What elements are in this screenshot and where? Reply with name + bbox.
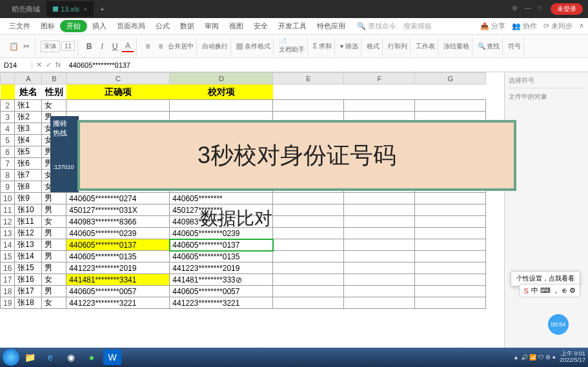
cell[interactable]: 张16 xyxy=(15,274,42,286)
cell[interactable]: 张3 xyxy=(15,123,42,135)
cell-header[interactable]: 校对项 xyxy=(170,84,273,100)
menu-view[interactable]: 视图 xyxy=(224,21,248,31)
menu-icons[interactable]: 图标 xyxy=(35,21,60,31)
cell[interactable]: 男 xyxy=(42,251,66,263)
cell[interactable] xyxy=(170,100,273,112)
freeze-button[interactable]: 冻结窗格 xyxy=(443,42,469,51)
record-bubble[interactable]: 00:54 xyxy=(548,314,569,335)
menu-data[interactable]: 数据 xyxy=(175,21,199,31)
col-header[interactable]: F xyxy=(344,73,415,84)
paste-icon[interactable]: 📋 xyxy=(8,41,19,52)
col-header[interactable]: B xyxy=(42,73,66,84)
cell[interactable]: 男 xyxy=(42,193,66,204)
cell[interactable]: 张12 xyxy=(15,228,42,239)
filter-button[interactable]: ▾ 筛选 xyxy=(340,42,358,51)
menu-file[interactable]: 三文件 xyxy=(4,21,35,31)
cell[interactable]: 440983********8366 xyxy=(66,216,170,228)
cell[interactable]: 441481********333⊘ xyxy=(170,274,273,286)
name-box[interactable]: D14 xyxy=(0,61,32,69)
task-folder-icon[interactable]: 📁 xyxy=(21,350,39,365)
merge-button[interactable]: 合并居中 xyxy=(168,42,194,51)
menu-start[interactable]: 开始 xyxy=(60,20,87,32)
cell[interactable]: 男 xyxy=(42,228,66,239)
cell[interactable]: 张7 xyxy=(15,170,42,181)
new-tab[interactable]: + xyxy=(94,1,110,17)
confirm-icon[interactable]: ✓ xyxy=(46,61,52,69)
cell[interactable]: 女 xyxy=(42,216,66,228)
row-header[interactable]: 15 xyxy=(1,251,15,263)
cell[interactable]: 张6 xyxy=(15,158,42,170)
row-header[interactable]: 13 xyxy=(1,228,15,239)
row-header[interactable]: 16 xyxy=(1,263,15,274)
row-header[interactable] xyxy=(1,84,15,100)
menu-layout[interactable]: 页面布局 xyxy=(112,21,150,31)
sum-button[interactable]: Σ 求和 xyxy=(313,42,332,51)
col-header[interactable] xyxy=(1,73,15,84)
row-header[interactable]: 9 xyxy=(1,181,15,193)
row-header[interactable]: 18 xyxy=(1,286,15,297)
cell[interactable]: 440605********0137 xyxy=(170,239,273,251)
task-chrome-icon[interactable]: ◉ xyxy=(62,350,80,365)
row-header[interactable]: 4 xyxy=(1,123,15,135)
row-header[interactable]: 14 xyxy=(1,239,15,251)
cell[interactable]: 450127********031X xyxy=(66,204,170,216)
min-icon[interactable]: — xyxy=(525,5,534,14)
size-select[interactable]: 11 xyxy=(61,41,75,51)
cell-header[interactable]: 正确项 xyxy=(66,84,170,100)
cell[interactable]: 张8 xyxy=(15,181,42,193)
cell[interactable]: 440605********0057 xyxy=(66,286,170,297)
cell[interactable]: 440605********0135 xyxy=(66,251,170,263)
row-header[interactable]: 17 xyxy=(1,274,15,286)
cell[interactable] xyxy=(66,100,170,112)
col-header[interactable]: E xyxy=(273,73,344,84)
row-header[interactable]: 11 xyxy=(1,204,15,216)
cell[interactable]: 男 xyxy=(42,204,66,216)
row-header[interactable]: 5 xyxy=(1,135,15,146)
row-header[interactable]: 3 xyxy=(1,112,15,123)
col-header[interactable]: A xyxy=(15,73,42,84)
menu-review[interactable]: 审阅 xyxy=(199,21,224,31)
col-header[interactable]: C xyxy=(66,73,170,84)
cell[interactable]: 张9 xyxy=(15,193,42,204)
row-header[interactable]: 10 xyxy=(1,193,15,204)
col-header[interactable]: G xyxy=(415,73,486,84)
font-select[interactable]: 宋体 xyxy=(41,41,60,52)
cell[interactable]: 男 xyxy=(42,286,66,297)
col-header[interactable]: D xyxy=(170,73,273,84)
task-wps-icon[interactable]: W xyxy=(103,350,121,365)
menu-formula[interactable]: 公式 xyxy=(150,21,175,31)
collab-button[interactable]: 👥 协作 xyxy=(512,21,537,31)
login-button[interactable]: 未登录 xyxy=(551,3,583,15)
tray-icons[interactable]: ▲ 🔊 📶 🛡 ⚙ ● xyxy=(513,354,556,361)
cell[interactable]: 女 xyxy=(42,274,66,286)
cell[interactable]: 张11 xyxy=(15,216,42,228)
row-header[interactable]: 6 xyxy=(1,146,15,158)
tab-store[interactable]: 稻壳商城 xyxy=(5,1,46,17)
chevron-up-icon[interactable]: ∧ xyxy=(579,21,584,31)
cell[interactable]: 男 xyxy=(42,263,66,274)
fx-icon[interactable]: fx xyxy=(56,61,61,69)
row-header[interactable]: 8 xyxy=(1,170,15,181)
cell[interactable]: 441223********3221 xyxy=(66,297,170,309)
row-header[interactable]: 7 xyxy=(1,158,15,170)
menu-security[interactable]: 安全 xyxy=(248,21,273,31)
wrap-button[interactable]: 自动换行 xyxy=(202,42,228,51)
sync-button[interactable]: ⟳ 未同步 xyxy=(543,21,573,31)
cell[interactable]: 440605******** xyxy=(170,193,273,204)
cell[interactable]: 440605********0135 xyxy=(170,251,273,263)
align-center-icon[interactable]: ≡ xyxy=(155,41,167,52)
cell[interactable]: 441481********3341 xyxy=(66,274,170,286)
cell-header[interactable]: 姓名 xyxy=(15,84,42,100)
menu-apps[interactable]: 特色应用 xyxy=(312,21,350,31)
gear-icon[interactable]: ⚙ xyxy=(512,5,521,14)
tab-file[interactable]: 13.xls× xyxy=(46,1,94,17)
rowcol-button[interactable]: 行和列 xyxy=(388,42,407,51)
row-header[interactable]: 12 xyxy=(1,216,15,228)
cell[interactable]: 441223********2019 xyxy=(170,263,273,274)
cell[interactable]: 张2 xyxy=(15,112,42,123)
cell[interactable]: 张17 xyxy=(15,286,42,297)
cell[interactable]: 张15 xyxy=(15,263,42,274)
close-icon[interactable]: × xyxy=(83,5,87,13)
align-left-icon[interactable]: ≡ xyxy=(142,41,154,52)
row-header[interactable]: 2 xyxy=(1,100,15,112)
